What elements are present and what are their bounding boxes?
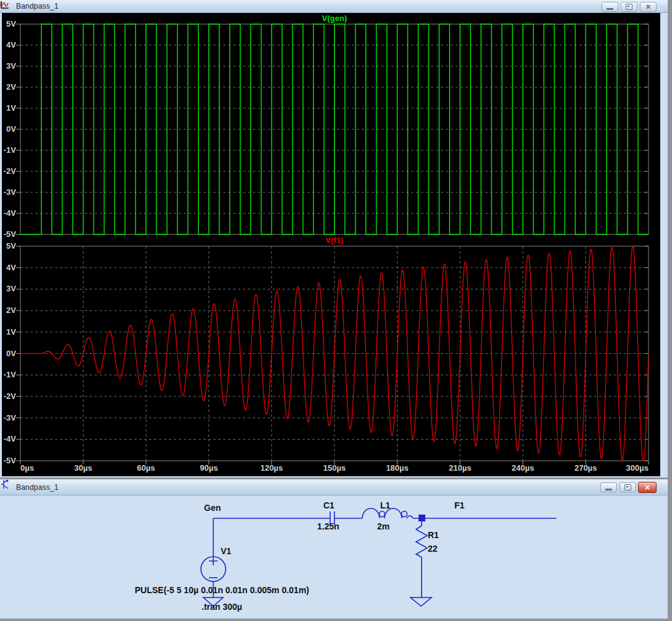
y-tick-label: -4V bbox=[1, 208, 16, 218]
minimize-icon bbox=[606, 8, 613, 10]
net-label-gen[interactable]: Gen bbox=[204, 503, 221, 513]
x-tick-label: 0µs bbox=[20, 463, 34, 473]
y-tick-label: -2V bbox=[1, 166, 16, 176]
y-tick-label: -3V bbox=[1, 187, 16, 197]
x-tick-label: 120µs bbox=[250, 463, 293, 473]
y-tick-label: 5V bbox=[1, 241, 16, 251]
y-tick-label: 3V bbox=[1, 61, 16, 71]
schematic-window-titlebar[interactable]: Bandpass_1 bbox=[0, 479, 668, 495]
close-button[interactable]: ✕ bbox=[640, 2, 657, 12]
component-value-r1[interactable]: 22 bbox=[428, 544, 438, 554]
y-tick-label: 2V bbox=[1, 306, 16, 315]
x-tick-label: 240µs bbox=[501, 463, 545, 473]
x-tick-label: 180µs bbox=[376, 463, 419, 473]
y-tick-label: -2V bbox=[1, 392, 16, 401]
y-tick-label: 5V bbox=[1, 19, 16, 28]
y-tick-label: 4V bbox=[1, 263, 16, 272]
close-button[interactable]: ✕ bbox=[638, 482, 657, 493]
x-tick-label: 210µs bbox=[438, 463, 482, 473]
y-tick-label: 4V bbox=[1, 40, 16, 49]
close-icon: ✕ bbox=[645, 4, 651, 11]
y-tick-label: -3V bbox=[1, 413, 16, 422]
x-tick-label: 150µs bbox=[313, 463, 356, 473]
restore-button[interactable] bbox=[619, 482, 636, 492]
schematic-icon bbox=[3, 482, 13, 492]
component-value-c1[interactable]: 1.25n bbox=[317, 521, 339, 531]
component-name-v1[interactable]: V1 bbox=[221, 546, 231, 556]
schematic-window-title: Bandpass_1 bbox=[16, 483, 59, 492]
waveform-window-title: Bandpass_1 bbox=[16, 2, 59, 11]
close-icon: ✕ bbox=[644, 484, 650, 491]
y-tick-label: 0V bbox=[1, 124, 16, 134]
spice-pulse-directive[interactable]: PULSE(-5 5 10µ 0.01n 0.01n 0.005m 0.01m) bbox=[135, 585, 309, 595]
spice-tran-directive[interactable]: .tran 300µ bbox=[202, 602, 242, 612]
x-tick-label: 60µs bbox=[124, 463, 168, 473]
y-tick-label: 0V bbox=[1, 349, 16, 358]
y-tick-label: -1V bbox=[1, 145, 16, 155]
y-tick-label: -5V bbox=[1, 229, 16, 239]
y-tick-label: -5V bbox=[1, 456, 16, 465]
trace-title-vgen[interactable]: V(gen) bbox=[20, 14, 649, 23]
minimize-button[interactable] bbox=[602, 2, 618, 12]
waveform-window-titlebar[interactable]: Bandpass_1 bbox=[0, 0, 668, 13]
component-name-r1[interactable]: R1 bbox=[428, 530, 439, 540]
x-tick-label: 90µs bbox=[187, 463, 231, 473]
y-tick-label: 1V bbox=[1, 327, 16, 336]
minimize-button[interactable] bbox=[600, 482, 617, 492]
y-tick-label: 2V bbox=[1, 82, 16, 92]
component-value-l1[interactable]: 2m bbox=[377, 521, 389, 531]
trace-title-vf1[interactable]: V(f1) bbox=[20, 236, 649, 245]
y-tick-label: 3V bbox=[1, 284, 16, 293]
desktop: { "plot_window": { "title": "Bandpass_1"… bbox=[0, 0, 672, 621]
minimize-icon bbox=[605, 489, 612, 490]
waveform-plot-icon bbox=[3, 1, 13, 11]
restore-icon bbox=[624, 484, 631, 490]
y-tick-label: -4V bbox=[1, 434, 16, 443]
restore-icon bbox=[626, 4, 632, 10]
restore-button[interactable] bbox=[621, 2, 637, 12]
component-name-l1[interactable]: L1 bbox=[380, 500, 390, 510]
y-tick-label: -1V bbox=[1, 370, 16, 379]
x-tick-label: 270µs bbox=[564, 463, 607, 473]
component-name-c1[interactable]: C1 bbox=[323, 500, 334, 510]
x-tick-label: 300µs bbox=[605, 463, 649, 473]
y-tick-label: 1V bbox=[1, 103, 16, 113]
x-tick-label: 30µs bbox=[62, 463, 105, 473]
net-label-f1[interactable]: F1 bbox=[454, 500, 464, 510]
